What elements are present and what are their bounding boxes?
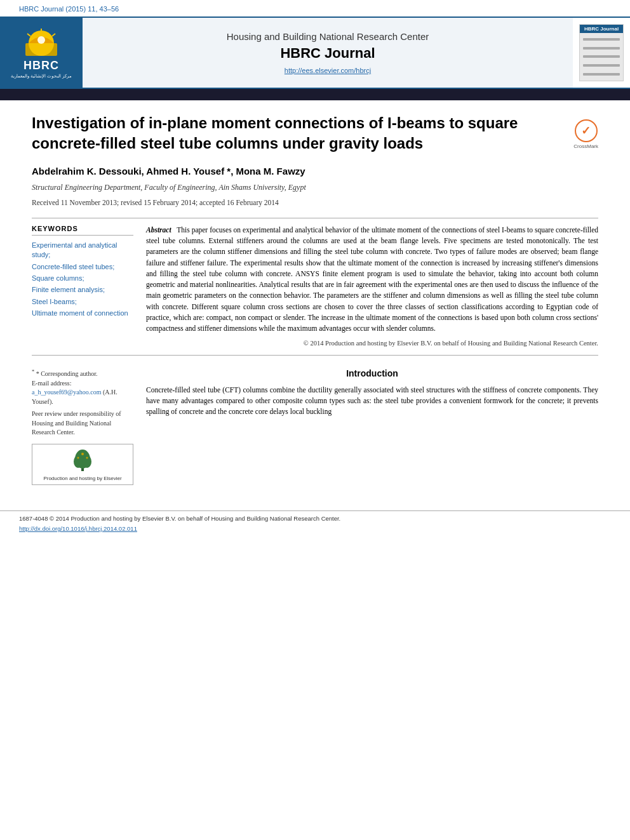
journal-top-bar: HBRC Journal (2015) 11, 43–56 (0, 0, 630, 17)
corresponding-star-text: * Corresponding author. (36, 370, 98, 377)
cover-line-1 (583, 38, 620, 41)
keyword-item-2: Concrete-filled steel tubes; (32, 262, 133, 272)
svg-point-2 (37, 36, 45, 44)
svg-point-11 (81, 453, 84, 455)
crossmark-icon: ✓ (575, 119, 598, 142)
abstract-column: Abstract This paper focuses on experimen… (146, 225, 598, 349)
introduction-title: Introduction (146, 368, 598, 378)
abstract-text-content: This paper focuses on experimental and a… (146, 226, 598, 332)
journal-header: HBRC مركز البحوث الإنشائية والمعمارية Ho… (0, 17, 630, 89)
cover-line-2 (583, 47, 620, 50)
journal-cover-image: HBRC Journal (579, 24, 624, 81)
svg-line-4 (27, 34, 30, 36)
footnote-column: * * Corresponding author. E-mail address… (32, 368, 133, 485)
authors-line: Abdelrahim K. Dessouki, Ahmed H. Yousef … (32, 166, 598, 177)
email-label: E-mail address: (32, 380, 71, 387)
introduction-body: Concrete-filled steel tube (CFT) columns… (146, 385, 598, 418)
elsevier-caption: Production and hosting by Elsevier (43, 476, 121, 481)
footnote-intro-section: * * Corresponding author. E-mail address… (32, 368, 598, 485)
svg-point-13 (86, 457, 88, 458)
svg-line-5 (52, 34, 55, 36)
svg-point-12 (77, 457, 79, 458)
dark-separator-bar (0, 89, 630, 100)
elsevier-logo-icon (67, 448, 98, 473)
abstract-section: KEYWORDS Experimental and analytical stu… (32, 225, 598, 349)
keyword-item-4: Finite element analysis; (32, 285, 133, 295)
author-email-link[interactable]: a_h_yousef69@yahoo.com (32, 389, 101, 396)
abstract-body: Abstract This paper focuses on experimen… (146, 225, 598, 335)
abstract-label: Abstract (146, 226, 171, 234)
journal-reference: HBRC Journal (2015) 11, 43–56 (19, 5, 119, 13)
divider-top (32, 218, 598, 218)
keywords-column: KEYWORDS Experimental and analytical stu… (32, 225, 133, 349)
bottom-bar: 1687-4048 © 2014 Production and hosting … (0, 510, 630, 533)
keyword-item-5: Steel I-beams; (32, 297, 133, 307)
divider-bottom (32, 355, 598, 356)
keyword-item-3: Square columns; (32, 274, 133, 283)
received-dates: Received 11 November 2013; revised 15 Fe… (32, 199, 598, 206)
journal-thumbnail: HBRC Journal (573, 18, 630, 88)
hbrc-logo-text: HBRC (23, 59, 59, 72)
keyword-item-1: Experimental and analytical study; (32, 241, 133, 260)
cover-line-3 (583, 55, 620, 58)
hbrc-arabic-text: مركز البحوث الإنشائية والمعمارية (11, 74, 72, 79)
crossmark-label: CrossMark (573, 143, 598, 149)
journal-name: HBRC Journal (280, 45, 375, 62)
cover-line-4 (583, 64, 620, 67)
journal-cover-lines (580, 33, 623, 81)
email-line: E-mail address: a_h_yousef69@yahoo.com (… (32, 379, 133, 407)
corresponding-author-label: * * Corresponding author. (32, 368, 133, 379)
crossmark-badge[interactable]: ✓ CrossMark (573, 119, 598, 149)
bottom-issn-text: 1687-4048 © 2014 Production and hosting … (19, 515, 611, 522)
introduction-column: Introduction Concrete-filled steel tube … (146, 368, 598, 485)
keywords-title: KEYWORDS (32, 225, 133, 236)
doi-link[interactable]: http://dx.doi.org/10.1016/j.hbrcj.2014.0… (19, 525, 137, 532)
cover-line-5 (583, 73, 620, 76)
author-affiliation: Structural Engineering Department, Facul… (32, 183, 598, 192)
crossmark-checkmark: ✓ (581, 124, 591, 138)
institution-name: Housing and Building National Research C… (227, 31, 429, 42)
journal-header-center: Housing and Building National Research C… (83, 18, 573, 88)
hbrc-sun-icon (22, 27, 60, 59)
article-header: ✓ CrossMark Investigation of in-plane mo… (32, 113, 598, 154)
journal-link[interactable]: http://ees.elsevier.com/hbrcj (285, 67, 371, 74)
authors-text: Abdelrahim K. Dessouki, Ahmed H. Yousef … (32, 166, 305, 177)
elsevier-logo-box: Production and hosting by Elsevier (32, 444, 133, 485)
main-content: ✓ CrossMark Investigation of in-plane mo… (0, 100, 630, 498)
keyword-item-6: Ultimate moment of connection (32, 309, 133, 318)
journal-cover-label: HBRC Journal (580, 25, 623, 33)
peer-review-text: Peer review under responsibility of Hous… (32, 410, 133, 437)
article-title: Investigation of in-plane moment connect… (32, 113, 598, 154)
hbrc-logo-left: HBRC مركز البحوث الإنشائية والمعمارية (0, 18, 83, 88)
copyright-text: © 2014 Production and hosting by Elsevie… (146, 339, 598, 349)
